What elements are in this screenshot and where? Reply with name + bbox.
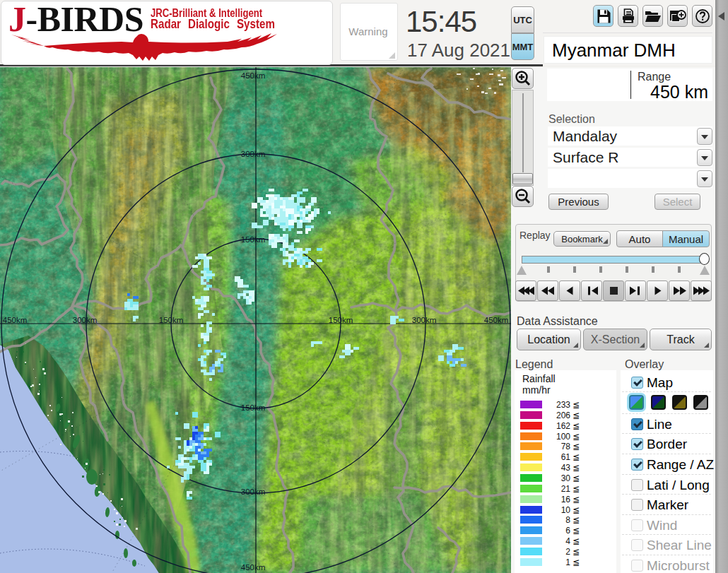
svg-text:150km: 150km — [329, 316, 353, 324]
svg-text:300km: 300km — [241, 488, 266, 496]
svg-text:450km: 450km — [241, 563, 266, 572]
svg-text:450km: 450km — [484, 316, 509, 324]
svg-text:300km: 300km — [241, 150, 266, 158]
svg-text:450km: 450km — [241, 71, 266, 80]
svg-text:300km: 300km — [73, 316, 98, 324]
svg-text:450km: 450km — [3, 316, 28, 324]
svg-text:150km: 150km — [241, 403, 266, 412]
svg-text:300km: 300km — [412, 316, 437, 324]
svg-text:150km: 150km — [241, 235, 266, 244]
svg-text:150km: 150km — [159, 316, 184, 324]
